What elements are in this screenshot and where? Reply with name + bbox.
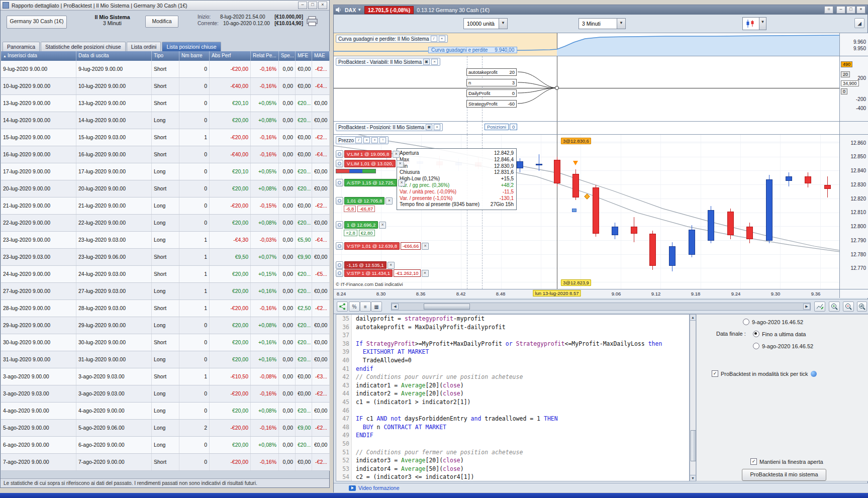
tab-lista-posizioni-chiuse[interactable]: Lista posizioni chiuse	[162, 42, 221, 51]
equity-plot[interactable]: Curva guadagni e perdite: Il Mio Sistema…	[334, 33, 840, 56]
close-icon[interactable]: ×	[422, 243, 429, 250]
close-icon[interactable]: ×	[363, 137, 370, 143]
close-icon[interactable]: ×	[439, 36, 445, 42]
scroll-right-icon[interactable]: ▶	[803, 304, 810, 310]
table-row[interactable]: 20-lug-2020 9.00.0020-lug-2020 9.00.00Sh…	[1, 180, 330, 197]
column-header[interactable]: ▲Inserisci data	[1, 51, 76, 61]
tab-lista-ordini[interactable]: Lista ordini	[127, 42, 161, 51]
close-icon[interactable]: ×	[393, 151, 400, 158]
scroll-down-icon[interactable]: ▼	[690, 475, 696, 481]
radio-selected-icon[interactable]	[753, 331, 759, 337]
table-row[interactable]: 3-ago-2020 9.00.003-ago-2020 9.03.00Shor…	[1, 368, 330, 385]
gear-icon[interactable]	[336, 261, 343, 269]
end-date-custom-option[interactable]: 9-ago-2020 16.46.52	[753, 343, 813, 349]
list-icon[interactable]: ≡	[360, 302, 371, 312]
gear-icon[interactable]	[336, 197, 343, 205]
price-plot[interactable]: Prezzo / × + ↑ 3@12.830,6 3@12.823,9 Ape…	[334, 135, 840, 289]
gear-icon[interactable]	[336, 242, 343, 250]
close-icon[interactable]: ×	[398, 179, 405, 186]
table-row[interactable]: 10-lug-2020 9.00.0010-lug-2020 9.00.00Sh…	[1, 78, 330, 95]
close-icon[interactable]: ×	[431, 59, 438, 65]
column-header[interactable]: Relat Pe...	[251, 51, 279, 61]
time-scrollbar[interactable]: ◀ ▶	[391, 303, 811, 311]
scrollbar-thumb[interactable]	[424, 304, 470, 310]
table-row[interactable]: 15-lug-2020 9.00.0015-lug-2020 9.03.00Sh…	[1, 129, 330, 146]
timeframe-select[interactable]: 3 Minuti ▼	[578, 18, 626, 29]
grid-icon[interactable]: ▦	[371, 302, 382, 312]
start-date-option[interactable]: 9-ago-2020 16.46.52	[743, 319, 803, 325]
chart-type-button[interactable]: ▼	[742, 17, 766, 30]
table-row[interactable]: 31-lug-2020 9.00.0031-lug-2020 9.00.00Lo…	[1, 351, 330, 368]
table-row[interactable]: 3-ago-2020 9.03.003-ago-2020 9.03.00Long…	[1, 385, 330, 403]
units-select[interactable]: 10000 unità ▼	[463, 18, 508, 29]
chart-edit-icon[interactable]	[814, 302, 825, 312]
table-row[interactable]: 28-lug-2020 9.00.0028-lug-2020 9.03.00Sh…	[1, 300, 330, 317]
table-row[interactable]: 4-ago-2020 9.00.004-ago-2020 9.00.00Long…	[1, 403, 330, 420]
scroll-left-icon[interactable]: ◀	[392, 304, 399, 310]
table-row[interactable]: 21-lug-2020 9.00.0021-lug-2020 9.00.00Lo…	[1, 197, 330, 215]
radio-icon[interactable]	[753, 343, 759, 349]
modify-button[interactable]: Modifica	[145, 16, 178, 28]
gear-icon[interactable]	[336, 221, 343, 229]
table-row[interactable]: 17-lug-2020 9.00.0017-lug-2020 9.00.00Lo…	[1, 163, 330, 180]
scroll-up-icon[interactable]: ▲	[690, 315, 696, 321]
tick-mode-option[interactable]: ✓ ProBacktest in modalità tick per tick	[712, 370, 817, 377]
print-button[interactable]	[306, 16, 318, 27]
trader-profile-icon[interactable]: %	[349, 302, 360, 312]
chart-maximize-button[interactable]: □	[846, 6, 855, 14]
speaker-icon[interactable]	[336, 7, 342, 13]
table-row[interactable]: 9-lug-2020 9.00.009-lug-2020 9.00.00Shor…	[1, 61, 330, 78]
collapse-axis-icon[interactable]: ◢	[854, 18, 864, 28]
close-icon[interactable]: ×	[397, 160, 404, 167]
arrow-up-icon[interactable]: ↑	[379, 137, 386, 143]
window-icon[interactable]: ▣	[426, 124, 432, 130]
code-editor[interactable]: 35dailyprofit = strategyprofit-myprofit3…	[336, 314, 690, 481]
gear-icon[interactable]	[336, 269, 343, 277]
chart-close-button[interactable]: ×	[856, 6, 865, 14]
variables-plot[interactable]: ProBacktest - Variabili: Il Mio Sistema …	[334, 56, 840, 121]
table-row[interactable]: 23-lug-2020 9.00.0023-lug-2020 9.03.00Lo…	[1, 232, 330, 249]
column-header[interactable]: MFE	[296, 51, 312, 61]
table-row[interactable]: 14-lug-2020 9.00.0014-lug-2020 9.00.00Lo…	[1, 112, 330, 129]
close-icon[interactable]: ×	[422, 270, 429, 277]
close-icon[interactable]: ×	[434, 124, 440, 130]
add-icon[interactable]: +	[371, 137, 378, 143]
run-backtest-button[interactable]: ProBacktesta il mio sistema	[742, 469, 826, 481]
tab-panoramica[interactable]: Panoramica	[3, 42, 40, 51]
close-icon[interactable]: ×	[379, 222, 386, 229]
gear-icon[interactable]	[336, 150, 343, 158]
column-header[interactable]: Nm barre	[179, 51, 210, 61]
column-header[interactable]: Abs Perf	[210, 51, 251, 61]
symbol-selector[interactable]: DAX ▼	[345, 7, 361, 13]
wrench-icon[interactable]: /	[431, 36, 437, 42]
column-header[interactable]: Spe...	[279, 51, 296, 61]
table-row[interactable]: 23-lug-2020 9.03.0023-lug-2020 9.06.00Sh…	[1, 249, 330, 266]
keyboard-icon[interactable]: ⌗	[824, 6, 833, 14]
table-row[interactable]: 22-lug-2020 9.00.0022-lug-2020 9.00.00Lo…	[1, 215, 330, 232]
column-header[interactable]: Data di uscita	[76, 51, 152, 61]
code-scrollbar[interactable]: ▲ ▼	[690, 314, 696, 481]
close-icon[interactable]: ×	[388, 262, 395, 269]
table-row[interactable]: 30-lug-2020 9.00.0030-lug-2020 9.00.00Sh…	[1, 334, 330, 351]
taskbar[interactable]	[0, 493, 868, 498]
instrument-button[interactable]: Germany 30 Cash (1€)	[7, 16, 67, 29]
table-row[interactable]: 24-lug-2020 9.00.0024-lug-2020 9.03.00Sh…	[1, 266, 330, 283]
chart-minimize-button[interactable]: –	[836, 6, 845, 14]
maximize-button[interactable]: □	[308, 2, 317, 9]
window-icon[interactable]: ▣	[423, 59, 430, 65]
gear-icon[interactable]	[336, 179, 343, 186]
keep-window-option[interactable]: ✓ Mantieni la finestra aperta	[750, 458, 823, 465]
code-scrollbar-thumb[interactable]	[691, 430, 696, 461]
radio-icon[interactable]	[743, 319, 749, 325]
table-row[interactable]: 5-ago-2020 9.00.005-ago-2020 9.06.00Long…	[1, 420, 330, 437]
zoom-in-icon[interactable]	[829, 302, 840, 312]
checkbox-checked-icon[interactable]: ✓	[712, 370, 718, 377]
table-row[interactable]: 7-ago-2020 9.00.007-ago-2020 9.00.00Shor…	[1, 454, 330, 471]
table-row[interactable]: 16-lug-2020 9.00.0016-lug-2020 9.00.00Sh…	[1, 146, 330, 163]
zoom-fit-icon[interactable]	[857, 302, 867, 312]
tab-statistiche-delle-posizioni-chiuse[interactable]: Statistiche delle posizioni chiuse	[41, 42, 126, 51]
table-row[interactable]: 27-lug-2020 9.00.0027-lug-2020 9.03.00Lo…	[1, 283, 330, 300]
video-training-link[interactable]: Video formazione	[358, 485, 400, 491]
wrench-icon[interactable]: /	[355, 137, 362, 143]
gear-icon[interactable]	[336, 160, 343, 167]
